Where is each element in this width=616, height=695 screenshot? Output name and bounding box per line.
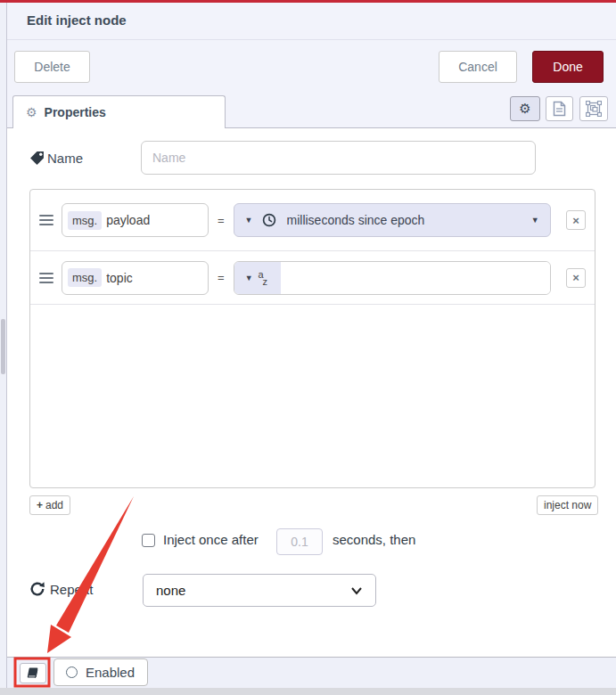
timestamp-clock-icon [262, 213, 276, 227]
drag-handle-icon[interactable] [39, 215, 53, 225]
description-tab-button[interactable] [546, 96, 573, 121]
plus-icon: + [37, 499, 43, 511]
name-tag-icon [29, 151, 45, 166]
topic-type-dropdown[interactable]: ▼ az [234, 262, 281, 294]
delete-button[interactable]: Delete [14, 51, 90, 83]
inject-properties-list: msg. = ▼ milliseconds since epoch ▼ × ms… [29, 189, 595, 488]
msg-property-field-topic[interactable]: msg. [62, 261, 209, 295]
msg-prefix-chip: msg. [68, 211, 102, 230]
msg-property-input-payload[interactable] [106, 213, 186, 227]
properties-gear-icon: ⚙ [26, 105, 37, 119]
gear-icon: ⚙ [519, 101, 530, 117]
add-button-label: add [45, 499, 63, 511]
repeat-refresh-icon [29, 581, 45, 597]
dialog-title: Edit inject node [27, 12, 127, 28]
node-help-book-button[interactable] [20, 663, 46, 683]
bottom-strip [0, 688, 616, 695]
tab-properties-label: Properties [45, 105, 106, 119]
seconds-then-label: seconds, then [333, 532, 415, 547]
repeat-selected-option: none [156, 583, 185, 598]
repeat-label: Repeat [50, 582, 93, 597]
inject-now-label: inject now [544, 499, 591, 511]
group-selection-icon [586, 101, 602, 117]
scrollbar-thumb[interactable] [1, 319, 5, 374]
payload-type-dropdown[interactable]: ▼ milliseconds since epoch ▼ [234, 203, 551, 237]
title-divider [7, 39, 616, 40]
book-icon [26, 666, 40, 680]
name-field-label: Name [47, 151, 83, 166]
msg-property-input-topic[interactable] [106, 271, 186, 285]
equals-sign: = [218, 214, 225, 227]
remove-row-button[interactable]: × [566, 268, 586, 288]
inject-once-label: Inject once after [163, 532, 259, 547]
string-type-icon: az [259, 270, 270, 286]
remove-row-button[interactable]: × [566, 210, 586, 230]
inject-once-delay-input[interactable] [276, 528, 323, 555]
payload-type-label: milliseconds since epoch [287, 213, 531, 227]
add-property-button[interactable]: + add [29, 495, 70, 515]
tab-properties[interactable]: ⚙ Properties [12, 95, 226, 128]
appearance-tab-button[interactable] [579, 96, 608, 121]
inject-once-checkbox[interactable] [142, 534, 155, 547]
dropdown-caret-icon: ▼ [531, 216, 539, 225]
done-button[interactable]: Done [532, 51, 604, 83]
property-row-topic: msg. = ▼ az × [30, 251, 595, 305]
repeat-select[interactable]: none [143, 574, 376, 607]
inject-now-button[interactable]: inject now [537, 495, 598, 515]
cancel-button[interactable]: Cancel [439, 51, 517, 83]
enabled-status-icon [66, 666, 78, 678]
equals-sign: = [218, 271, 225, 284]
enabled-label: Enabled [86, 665, 135, 680]
type-caret-icon: ▼ [245, 216, 253, 225]
topic-value-input[interactable] [281, 262, 550, 294]
name-input[interactable] [141, 141, 536, 175]
msg-property-field-payload[interactable]: msg. [62, 203, 209, 237]
drag-handle-icon[interactable] [39, 273, 53, 283]
node-properties-tab-button[interactable]: ⚙ [510, 96, 540, 121]
document-icon [553, 101, 566, 117]
chevron-down-icon [350, 586, 363, 595]
property-row-payload: msg. = ▼ milliseconds since epoch ▼ × [30, 190, 595, 251]
msg-prefix-chip: msg. [68, 268, 102, 287]
topic-value-field: ▼ az [234, 261, 551, 295]
node-enabled-toggle[interactable]: Enabled [53, 658, 148, 686]
type-caret-icon: ▼ [245, 274, 253, 282]
